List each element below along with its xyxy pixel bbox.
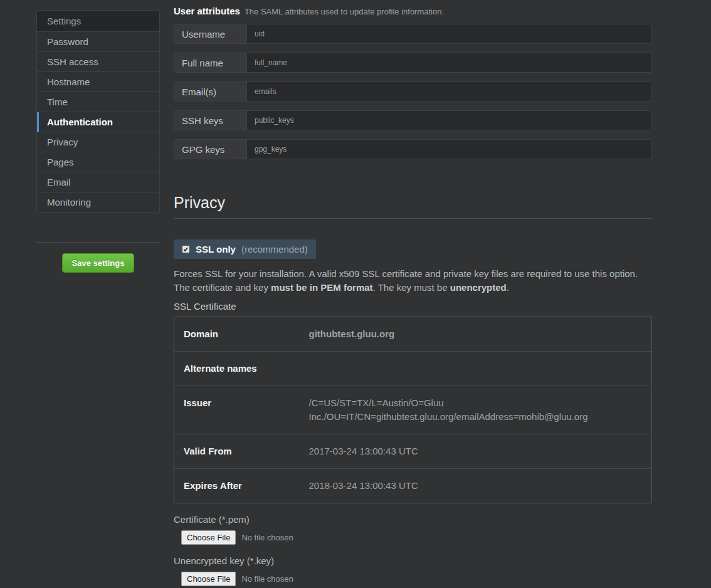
cert-row-expires-after: Expires After 2018-03-24 13:00:43 UTC (174, 469, 652, 503)
sidebar-item-authentication[interactable]: Authentication (37, 112, 159, 132)
cert-row-alternate-names: Alternate names (174, 352, 652, 386)
upload-group-unencrypted-key-key: Unencrypted key (*.key) Choose File No f… (174, 555, 652, 586)
main-content: User attributes The SAML attributes used… (174, 6, 652, 586)
sidebar-item-label: Time (47, 97, 68, 107)
ssl-certificate-label: SSL Certificate (174, 301, 652, 312)
cert-row-label: Issuer (174, 386, 300, 434)
file-chosen-status: No file chosen (241, 574, 293, 584)
sidebar-item-label: Monitoring (47, 197, 91, 207)
choose-file-button[interactable]: Choose File (181, 530, 236, 545)
email-s-input[interactable] (246, 82, 651, 101)
sidebar-item-label: Password (47, 36, 88, 47)
sidebar-item-label: Authentication (47, 117, 113, 127)
attribute-row: Email(s) (174, 81, 652, 102)
sidebar-item-email[interactable]: Email (37, 172, 159, 192)
sidebar-item-time[interactable]: Time (37, 92, 159, 112)
ssl-only-recommended-note: (recommended) (241, 244, 308, 255)
file-input-row: Choose File No file chosen (181, 530, 652, 545)
cert-row-label: Valid From (174, 434, 300, 469)
cert-row-issuer: Issuer /C=US/ST=TX/L=Austin/O=Gluu Inc./… (174, 386, 652, 434)
attribute-row: SSH keys (174, 110, 652, 130)
attribute-label: SSH keys (174, 111, 246, 130)
sidebar-item-password[interactable]: Password (37, 32, 159, 52)
cert-row-label: Expires After (174, 469, 300, 503)
cert-row-value: /C=US/ST=TX/L=Austin/O=Gluu Inc./OU=IT/C… (300, 386, 652, 434)
ssl-certificate-table: Domain githubtest.gluu.org Alternate nam… (174, 317, 652, 503)
user-attributes-header: User attributes The SAML attributes used… (174, 6, 652, 16)
cert-row-valid-from: Valid From 2017-03-24 13:00:43 UTC (174, 434, 652, 469)
sidebar-item-monitoring[interactable]: Monitoring (37, 192, 159, 212)
attribute-row: Username (174, 24, 652, 44)
sidebar-divider (36, 242, 160, 243)
ssh-keys-input[interactable] (246, 111, 651, 130)
attribute-label: Full name (174, 53, 246, 72)
ssl-only-label: SSL only (196, 244, 236, 255)
sidebar-item-label: Privacy (47, 137, 78, 147)
cert-row-domain: Domain githubtest.gluu.org (174, 317, 652, 352)
cert-row-label: Alternate names (174, 352, 300, 386)
ssl-description-part: unencrypted (450, 282, 507, 293)
cert-row-value: 2018-03-24 13:00:43 UTC (300, 469, 652, 503)
settings-sidebar: Settings PasswordSSH accessHostnameTimeA… (36, 10, 160, 273)
sidebar-item-label: Pages (47, 157, 74, 167)
user-attributes-title: User attributes (174, 6, 240, 16)
cert-row-label: Domain (174, 317, 300, 352)
full-name-input[interactable] (246, 53, 651, 72)
user-attributes-description: The SAML attributes used to update profi… (245, 7, 444, 16)
username-input[interactable] (246, 24, 651, 43)
choose-file-button[interactable]: Choose File (181, 572, 236, 586)
upload-group-certificate-pem: Certificate (*.pem) Choose File No file … (174, 514, 652, 545)
ssl-description-part: . The key must be (373, 282, 450, 293)
attribute-row: Full name (174, 53, 652, 73)
ssl-description-part: must be in PEM format (271, 282, 373, 293)
attribute-label: Email(s) (174, 82, 246, 101)
upload-section: Certificate (*.pem) Choose File No file … (174, 514, 652, 586)
gpg-keys-input[interactable] (246, 140, 651, 159)
user-attribute-fields: Username Full name Email(s) SSH keys GPG… (174, 24, 652, 159)
upload-label: Unencrypted key (*.key) (174, 555, 652, 566)
sidebar-item-ssh-access[interactable]: SSH access (37, 52, 159, 72)
sidebar-item-pages[interactable]: Pages (37, 152, 159, 172)
cert-row-value: githubtest.gluu.org (300, 317, 652, 352)
sidebar-item-label: SSH access (47, 56, 98, 67)
nav-items: PasswordSSH accessHostnameTimeAuthentica… (37, 32, 159, 212)
settings-nav: Settings PasswordSSH accessHostnameTimeA… (36, 10, 160, 213)
privacy-section-title: Privacy (174, 194, 652, 219)
attribute-row: GPG keys (174, 139, 652, 159)
cert-row-value: 2017-03-24 13:00:43 UTC (300, 434, 652, 469)
ssl-description-part: . (507, 282, 509, 293)
attribute-label: Username (174, 24, 246, 43)
ssl-only-option[interactable]: ✔ SSL only (recommended) (174, 239, 316, 259)
ssl-only-checkbox[interactable]: ✔ (182, 245, 190, 253)
ssl-description: Forces SSL for your installation. A vali… (174, 267, 652, 295)
save-settings-button[interactable]: Save settings (62, 253, 135, 273)
file-input-row: Choose File No file chosen (181, 572, 652, 586)
file-chosen-status: No file chosen (241, 533, 293, 542)
cert-row-value (300, 352, 652, 386)
sidebar-item-privacy[interactable]: Privacy (37, 132, 159, 152)
sidebar-item-label: Hostname (47, 76, 90, 87)
attribute-label: GPG keys (174, 140, 246, 159)
nav-header-settings: Settings (37, 11, 159, 32)
upload-label: Certificate (*.pem) (174, 514, 652, 525)
sidebar-item-hostname[interactable]: Hostname (37, 72, 159, 92)
sidebar-item-label: Email (47, 177, 71, 187)
